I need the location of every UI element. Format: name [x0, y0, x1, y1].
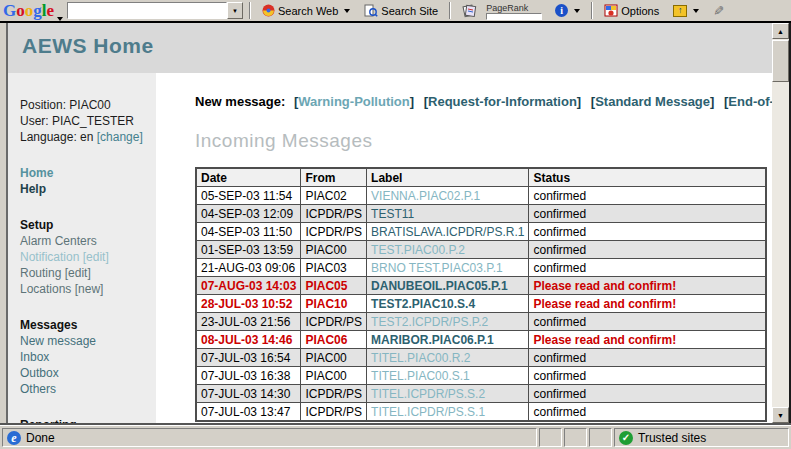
sidebar-section-setup: Setup Alarm Centers Notification [edit] …: [20, 217, 156, 297]
cell-status: Please read and confirm!: [529, 277, 766, 295]
up-level-dropdown-icon[interactable]: [693, 9, 699, 13]
table-row: 04-SEP-03 12:09ICPDR/PSTEST11confirmed: [196, 205, 766, 223]
cell-from: PIAC10: [301, 295, 367, 313]
sidebar-section-messages: Messages New message Inbox Outbox Others: [20, 317, 156, 397]
highlight-button[interactable]: ✎: [708, 1, 729, 20]
cell-status: confirmed: [529, 205, 766, 223]
cell-from: PIAC02: [301, 187, 367, 205]
bracket: ]: [710, 94, 714, 109]
sidebar-item-locations-new[interactable]: Locations [new]: [20, 281, 156, 297]
google-ball-icon: [262, 4, 275, 17]
pagerank-bar: [486, 13, 542, 20]
search-web-dropdown-icon[interactable]: [344, 9, 350, 13]
cell-from: ICPDR/PS: [301, 205, 367, 223]
scroll-up-icon: ▲: [777, 28, 784, 35]
link-text: Warning-Pollution: [298, 94, 409, 109]
table-row: 07-AUG-03 14:03PIAC05DANUBEOIL.PIAC05.P.…: [196, 277, 766, 295]
search-site-button[interactable]: Search Site: [359, 1, 443, 20]
message-label-link[interactable]: TEST2.PIAC10.S.4: [371, 297, 475, 311]
vertical-scrollbar[interactable]: ▲ ▼: [772, 23, 789, 423]
sidebar-item-others[interactable]: Others: [20, 381, 156, 397]
scroll-down-button[interactable]: ▼: [772, 407, 789, 423]
cell-date: 07-JUL-03 16:54: [196, 349, 301, 367]
page-header: AEWS Home: [8, 23, 772, 73]
message-label-link[interactable]: TEST.PIAC00.P.2: [371, 243, 465, 257]
page-info-icon: i: [555, 4, 568, 17]
cell-status: confirmed: [529, 403, 766, 422]
cell-date: 21-AUG-03 09:06: [196, 259, 301, 277]
language-label: Language: en: [20, 130, 93, 144]
status-panel-security-zone: ✓ Trusted sites: [614, 428, 789, 447]
status-panel-empty: [589, 428, 612, 447]
search-web-button[interactable]: Search Web: [257, 1, 355, 20]
message-label-link[interactable]: TITEL.PIAC00.S.1: [371, 369, 470, 383]
page-info-dropdown-icon[interactable]: [574, 9, 580, 13]
message-label-link[interactable]: DANUBEOIL.PIAC05.P.1: [371, 279, 507, 293]
google-logo[interactable]: Google: [3, 0, 63, 21]
link-text: Request-for-Information: [428, 94, 577, 109]
up-level-button[interactable]: ↑: [668, 1, 704, 20]
language-text: Language: en [change]: [20, 129, 156, 145]
logo-dropdown-icon[interactable]: [57, 17, 63, 21]
message-label-link[interactable]: TEST11: [371, 207, 414, 221]
new-message-link-end-of-alert[interactable]: [End-of-Alert]: [724, 94, 772, 109]
cell-status: confirmed: [529, 349, 766, 367]
cell-from: PIAC00: [301, 367, 367, 385]
new-message-link-warning-pollution[interactable]: [Warning-Pollution]: [294, 94, 414, 109]
cell-label: BRNO TEST.PIAC03.P.1: [367, 259, 529, 277]
sidebar-item-routing-edit[interactable]: Routing [edit]: [20, 265, 156, 281]
sidebar-section-reporting: Reporting Incident Overview: [20, 417, 156, 423]
status-panel-empty: [564, 428, 587, 447]
message-label-link[interactable]: TEST2.ICPDR/PS.P.2: [371, 315, 488, 329]
highlighter-icon: ✎: [711, 5, 726, 16]
cell-label: TEST11: [367, 205, 529, 223]
cell-date: 07-JUL-03 14:30: [196, 385, 301, 403]
options-icon: [604, 4, 618, 17]
cell-date: 01-SEP-03 13:59: [196, 241, 301, 259]
scroll-up-button[interactable]: ▲: [772, 23, 789, 39]
sidebar-item-help[interactable]: Help: [20, 181, 156, 197]
cell-date: 07-JUL-03 16:38: [196, 367, 301, 385]
sidebar: Position: PIAC00 User: PIAC_TESTER Langu…: [8, 73, 156, 423]
browser-window: Google ▼ Search Web Search Site PageRank…: [0, 0, 791, 449]
sidebar-item-home[interactable]: Home: [20, 165, 156, 181]
cell-from: PIAC06: [301, 331, 367, 349]
language-change-link[interactable]: [change]: [97, 130, 143, 144]
messages-table-body: 05-SEP-03 11:54PIAC02VIENNA.PIAC02.P.1co…: [196, 187, 766, 422]
cell-status: confirmed: [529, 241, 766, 259]
sidebar-item-alarm-centers[interactable]: Alarm Centers: [20, 233, 156, 249]
cell-label: MARIBOR.PIAC06.P.1: [367, 331, 529, 349]
table-row: 28-JUL-03 10:52PIAC10TEST2.PIAC10.S.4Ple…: [196, 295, 766, 313]
message-label-link[interactable]: VIENNA.PIAC02.P.1: [371, 189, 480, 203]
sidebar-item-new-message[interactable]: New message: [20, 333, 156, 349]
message-label-link[interactable]: MARIBOR.PIAC06.P.1: [371, 333, 493, 347]
cell-status: confirmed: [529, 313, 766, 331]
message-label-link[interactable]: BRATISLAVA.ICPDR/PS.R.1: [371, 225, 524, 239]
message-label-link[interactable]: TITEL.ICPDR/PS.S.2: [371, 387, 485, 401]
new-message-link-request-for-information[interactable]: [Request-for-Information]: [424, 94, 581, 109]
scrollbar-track[interactable]: [772, 39, 789, 407]
new-message-link-standard-message[interactable]: [Standard Message]: [591, 94, 715, 109]
search-history-dropdown-button[interactable]: ▼: [227, 2, 243, 19]
news-button[interactable]: [457, 1, 482, 20]
table-row: 07-JUL-03 13:47ICPDR/PSTITEL.ICPDR/PS.S.…: [196, 403, 766, 422]
message-label-link[interactable]: BRNO TEST.PIAC03.P.1: [371, 261, 503, 275]
message-label-link[interactable]: TITEL.ICPDR/PS.S.1: [371, 405, 485, 419]
options-button[interactable]: Options: [599, 1, 664, 20]
sidebar-item-inbox[interactable]: Inbox: [20, 349, 156, 365]
up-level-icon: ↑: [673, 5, 687, 17]
cell-label: TITEL.ICPDR/PS.S.1: [367, 403, 529, 422]
cell-from: ICPDR/PS: [301, 385, 367, 403]
sidebar-item-outbox[interactable]: Outbox: [20, 365, 156, 381]
page-info-button[interactable]: i: [550, 1, 585, 20]
pagerank-indicator[interactable]: PageRank: [486, 1, 546, 20]
status-panel-main: e Done: [2, 428, 537, 447]
message-label-link[interactable]: TITEL.PIAC00.R.2: [371, 351, 470, 365]
options-label: Options: [621, 5, 659, 17]
cell-status: Please read and confirm!: [529, 295, 766, 313]
section-title-reporting: Reporting: [20, 417, 156, 423]
search-input[interactable]: [67, 2, 227, 19]
toolbar-separator: [249, 2, 251, 19]
scrollbar-thumb[interactable]: [772, 40, 789, 82]
sidebar-item-notification-edit[interactable]: Notification [edit]: [20, 249, 156, 265]
